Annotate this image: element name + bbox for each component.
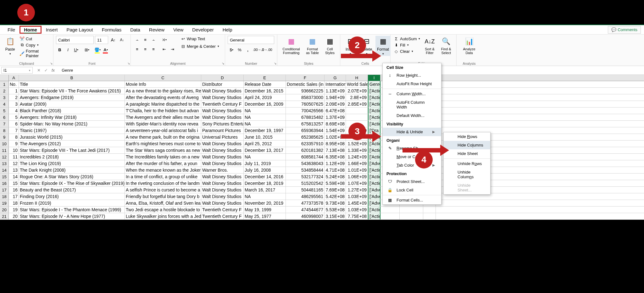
cell[interactable]: Walt Disney Studios: [201, 174, 244, 180]
cancel-formula-icon[interactable]: ✕: [37, 68, 41, 73]
analyze-data-button[interactable]: 📊 Analyze Data: [459, 36, 479, 55]
cell[interactable]: After the devastating events of Aveng: [125, 94, 201, 101]
cell[interactable]: 12: [9, 160, 19, 167]
cell[interactable]: [380, 213, 400, 219]
cell[interactable]: ['Actio: [368, 180, 380, 186]
cell[interactable]: [380, 207, 400, 213]
cell[interactable]: Walt Disney Studios: [201, 88, 244, 94]
cell[interactable]: Movie Info: [125, 81, 201, 87]
select-all-corner[interactable]: [0, 75, 9, 81]
row-header[interactable]: 7: [0, 121, 9, 127]
row-header[interactable]: 16: [0, 180, 9, 186]
format-as-table-button[interactable]: ▦ Format as Table: [304, 36, 321, 55]
cell[interactable]: 675813257: [286, 121, 325, 127]
menu-row-height[interactable]: ↕Row Height...: [383, 71, 441, 80]
cell[interactable]: 5.53E+08: [325, 207, 346, 213]
cell[interactable]: 9.73E+08: [325, 200, 346, 206]
cell[interactable]: In a time of conflict, a group of unlike: [125, 174, 201, 180]
menu-page-layout[interactable]: Page Layout: [62, 26, 97, 34]
cell[interactable]: 620181382: [286, 147, 325, 153]
cell[interactable]: T'Challa, heir to the hidden but advan: [125, 108, 201, 114]
menu-home[interactable]: Home: [19, 26, 42, 34]
cell[interactable]: 1.06E+09: [346, 174, 368, 180]
cell[interactable]: 1.27E+09: [346, 187, 368, 193]
cell[interactable]: After the murder of his father, a youn: [125, 160, 201, 167]
row-header[interactable]: 14: [0, 167, 9, 173]
paste-button[interactable]: 📋 Paste ▾: [3, 36, 18, 56]
cell[interactable]: As a new threat to the galaxy rises, Re: [125, 88, 201, 94]
cell[interactable]: 543638043: [286, 160, 325, 167]
align-bottom-icon[interactable]: ⫠: [150, 36, 157, 43]
cell[interactable]: 936662225: [286, 88, 325, 94]
menu-tab-color[interactable]: Tab Color▶: [383, 161, 441, 169]
cell[interactable]: 1.33E+09: [346, 147, 368, 153]
cell[interactable]: Walt Disney Studios: [201, 141, 244, 147]
cell[interactable]: 534858444: [286, 167, 325, 173]
row-header[interactable]: 17: [0, 187, 9, 193]
cell[interactable]: 678815482: [286, 114, 325, 120]
submenu-unhide-rows[interactable]: Unhide Rows: [444, 159, 490, 168]
cell[interactable]: 460998007: [286, 213, 325, 219]
cell[interactable]: 4: [9, 108, 19, 114]
menu-data[interactable]: Data: [126, 26, 145, 34]
cell[interactable]: NA: [244, 193, 286, 200]
cell[interactable]: ['Actio: [368, 121, 380, 127]
cell[interactable]: 532177324: [286, 174, 325, 180]
cell[interactable]: Anna, Elsa, Kristoff, Olaf and Sven lea: [125, 200, 201, 206]
cell[interactable]: [346, 114, 368, 120]
menu-autofit-column-width[interactable]: AutoFit Column Width: [383, 98, 441, 111]
cell[interactable]: 486295561: [286, 193, 325, 200]
confirm-formula-icon[interactable]: ✓: [44, 68, 48, 73]
menu-file[interactable]: File: [3, 26, 19, 34]
column-header-A[interactable]: A: [9, 75, 19, 81]
cell[interactable]: ['Actio: [368, 213, 380, 219]
formula-input[interactable]: Genre: [59, 67, 75, 73]
cell[interactable]: 14: [9, 174, 19, 180]
cell[interactable]: 700426566: [286, 108, 325, 114]
row-header[interactable]: 8: [0, 127, 9, 134]
cell[interactable]: When the menace known as the Joker: [125, 167, 201, 173]
cell[interactable]: NA: [244, 154, 286, 160]
cell[interactable]: 18: [9, 200, 19, 206]
cell[interactable]: Universal Pictures: [201, 134, 244, 140]
cell[interactable]: 504481165: [286, 187, 325, 193]
cell[interactable]: NA: [244, 108, 286, 114]
cell[interactable]: 659363944: [286, 127, 325, 134]
cell[interactable]: ['Actio: [368, 154, 380, 160]
menu-default-width[interactable]: Default Width...: [383, 111, 441, 120]
cell[interactable]: With Spider-Man's identity now revea: [125, 121, 201, 127]
cell-styles-button[interactable]: ▦ Cell Styles: [322, 36, 337, 55]
submenu-hide-columns[interactable]: Hide Columns: [444, 141, 490, 149]
cell[interactable]: Rogue One: A Star Wars Story (2016): [19, 174, 125, 180]
cell[interactable]: ['Adve: [368, 187, 380, 193]
cell[interactable]: Earth's mightiest heroes must come to: [125, 141, 201, 147]
row-header[interactable]: 12: [0, 154, 9, 160]
cell[interactable]: Incredibles 2 (2018): [19, 154, 125, 160]
cell[interactable]: March 16, 2017: [244, 187, 286, 193]
borders-button[interactable]: ⊞▾: [83, 46, 91, 53]
row-header[interactable]: 19: [0, 200, 9, 206]
cell[interactable]: Internation: [325, 81, 346, 87]
menu-review[interactable]: Review: [145, 26, 169, 34]
cell[interactable]: July 16, 2008: [244, 167, 286, 173]
cell[interactable]: 5.24E+08: [325, 174, 346, 180]
cell[interactable]: May 25, 1977: [244, 213, 286, 219]
cell[interactable]: 760507625: [286, 101, 325, 107]
cell[interactable]: 1.45E+09: [346, 200, 368, 206]
cell[interactable]: ['Actio: [368, 114, 380, 120]
cell[interactable]: 5: [9, 114, 19, 120]
cell[interactable]: Genre: [368, 81, 380, 87]
cell[interactable]: Sony Pictures Enterta: [201, 121, 244, 127]
cell[interactable]: Avengers: Infinity War (2018): [19, 114, 125, 120]
cell[interactable]: A selfish Prince is cursed to become a: [125, 187, 201, 193]
fill-button[interactable]: ⬇Fill▾: [393, 42, 421, 48]
italic-button[interactable]: I: [64, 46, 72, 53]
cell[interactable]: A seventeen-year-old aristocrat falls i: [125, 127, 201, 134]
comments-button[interactable]: 💬 Comments: [608, 26, 641, 34]
column-header-E[interactable]: E: [244, 75, 286, 81]
row-header[interactable]: 2: [0, 88, 9, 94]
cell[interactable]: In the riveting conclusion of the landm: [125, 180, 201, 186]
cell[interactable]: ['Actio: [368, 207, 380, 213]
cell[interactable]: Jurassic World (2015): [19, 134, 125, 140]
row-header[interactable]: 21: [0, 213, 9, 219]
